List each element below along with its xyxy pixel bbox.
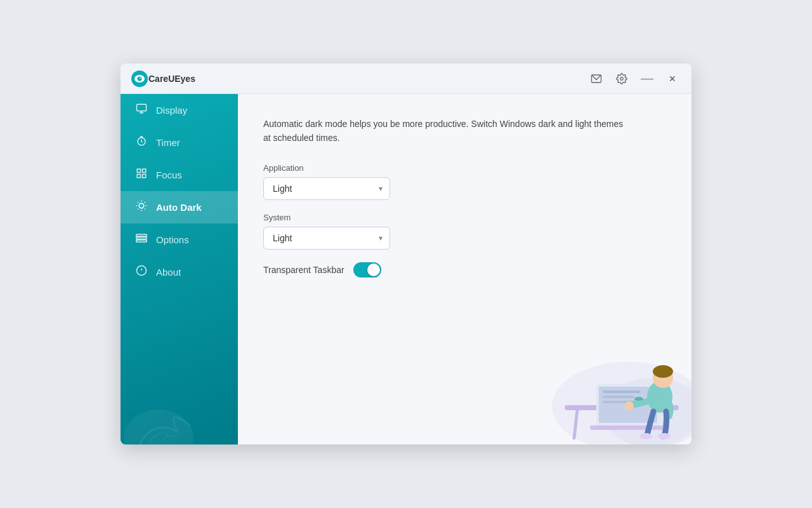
content-area: Display Timer Focus Auto Dark: [121, 94, 691, 444]
svg-rect-6: [137, 104, 147, 111]
transparent-taskbar-toggle[interactable]: [353, 262, 381, 277]
application-label: Application: [263, 163, 666, 173]
svg-rect-12: [143, 169, 146, 172]
svg-rect-11: [137, 169, 140, 172]
system-label: System: [263, 213, 666, 222]
svg-point-15: [139, 203, 144, 208]
transparent-taskbar-label: Transparent Taskbar: [263, 265, 344, 275]
options-icon: [134, 232, 148, 247]
sidebar-item-focus[interactable]: Focus: [121, 159, 238, 191]
svg-point-46: [639, 433, 652, 439]
sidebar-item-about[interactable]: About: [121, 256, 238, 288]
svg-point-3: [140, 77, 141, 78]
svg-point-5: [620, 77, 624, 80]
svg-rect-14: [143, 175, 146, 178]
close-icon[interactable]: ✕: [664, 70, 681, 88]
svg-point-49: [634, 397, 643, 401]
minimize-icon[interactable]: —: [638, 70, 656, 88]
sidebar: Display Timer Focus Auto Dark: [121, 94, 238, 444]
svg-rect-41: [590, 425, 666, 430]
application-select[interactable]: Light Dark Auto: [263, 177, 390, 200]
svg-point-44: [653, 365, 673, 378]
display-icon: [134, 103, 148, 117]
sidebar-item-options[interactable]: Options: [121, 224, 238, 256]
window-controls: — ✕: [587, 70, 681, 88]
illustration: [527, 305, 691, 444]
svg-rect-13: [137, 175, 140, 178]
svg-rect-26: [136, 240, 147, 242]
system-select-wrapper: Light Dark Auto ▾: [263, 227, 390, 250]
app-title: CareUEyes: [148, 74, 587, 84]
main-panel: Automatic dark mode helps you be more pr…: [238, 94, 691, 444]
titlebar: CareUEyes — ✕: [121, 64, 691, 94]
svg-rect-38: [603, 391, 641, 393]
focus-icon: [134, 168, 148, 182]
sidebar-item-about-label: About: [156, 267, 181, 277]
sidebar-item-focus-label: Focus: [156, 170, 182, 180]
sidebar-item-auto-dark[interactable]: Auto Dark: [121, 191, 238, 224]
timer-icon: [134, 135, 148, 150]
sidebar-decoration: [121, 368, 238, 444]
mail-icon[interactable]: [587, 70, 605, 88]
svg-point-45: [625, 401, 634, 410]
svg-line-22: [138, 209, 138, 210]
sidebar-item-timer[interactable]: Timer: [121, 126, 238, 159]
sidebar-item-display-label: Display: [156, 105, 187, 116]
system-select[interactable]: Light Dark Auto: [263, 227, 390, 250]
svg-point-47: [658, 433, 671, 439]
auto-dark-icon: [134, 200, 148, 215]
settings-icon[interactable]: [613, 70, 631, 88]
svg-line-19: [145, 209, 145, 210]
about-icon: [134, 265, 148, 279]
sidebar-item-display[interactable]: Display: [121, 94, 238, 126]
svg-point-2: [138, 76, 142, 81]
transparent-taskbar-row: Transparent Taskbar: [263, 262, 666, 277]
svg-rect-39: [603, 396, 634, 398]
svg-line-23: [145, 202, 145, 203]
svg-line-18: [138, 202, 138, 203]
application-select-wrapper: Light Dark Auto ▾: [263, 177, 390, 200]
app-window: CareUEyes — ✕ Display: [121, 64, 691, 444]
sidebar-item-auto-dark-label: Auto Dark: [156, 202, 202, 213]
toggle-knob: [367, 264, 380, 276]
svg-rect-24: [136, 234, 147, 236]
auto-dark-description: Automatic dark mode helps you be more pr…: [263, 117, 631, 145]
svg-rect-25: [136, 237, 147, 239]
sidebar-item-timer-label: Timer: [156, 137, 180, 148]
app-logo: [131, 70, 148, 88]
sidebar-item-options-label: Options: [156, 234, 189, 245]
